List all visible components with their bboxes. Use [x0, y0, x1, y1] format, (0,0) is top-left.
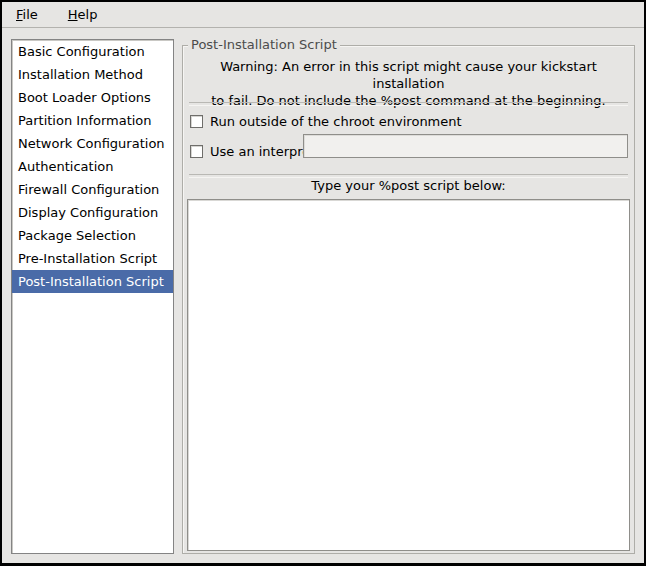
sidebar-item-boot-loader-options[interactable]: Boot Loader Options: [12, 86, 173, 109]
sidebar-item-pre-installation-script[interactable]: Pre-Installation Script: [12, 247, 173, 270]
sidebar-item-basic-configuration[interactable]: Basic Configuration: [12, 40, 173, 63]
warning-line-1: Warning: An error in this script might c…: [183, 58, 634, 92]
sidebar-item-package-selection[interactable]: Package Selection: [12, 224, 173, 247]
sidebar-item-installation-method[interactable]: Installation Method: [12, 63, 173, 86]
menu-file[interactable]: File: [12, 5, 42, 24]
sidebar-item-partition-information[interactable]: Partition Information: [12, 109, 173, 132]
sidebar-section-list[interactable]: Basic ConfigurationInstallation MethodBo…: [11, 39, 174, 554]
menu-bar: File Help: [2, 2, 644, 28]
kickstart-configurator-window: File Help Basic ConfigurationInstallatio…: [0, 0, 646, 566]
frame-title: Post-Installation Script: [188, 37, 340, 53]
post-script-textarea[interactable]: [187, 199, 630, 551]
interpreter-checkbox[interactable]: [190, 145, 203, 158]
sidebar-item-firewall-configuration[interactable]: Firewall Configuration: [12, 178, 173, 201]
menu-help[interactable]: Help: [64, 5, 102, 24]
interpreter-input[interactable]: [303, 134, 628, 158]
sidebar-item-authentication[interactable]: Authentication: [12, 155, 173, 178]
warning-line-2: to fail. Do not include the %post comman…: [183, 92, 634, 109]
sidebar-item-network-configuration[interactable]: Network Configuration: [12, 132, 173, 155]
chroot-checkbox[interactable]: [190, 115, 203, 128]
script-area-label: Type your %post script below:: [183, 178, 634, 193]
sidebar-item-display-configuration[interactable]: Display Configuration: [12, 201, 173, 224]
post-install-frame: Post-Installation Script Warning: An err…: [182, 45, 635, 554]
sidebar-item-post-installation-script[interactable]: Post-Installation Script: [12, 270, 173, 293]
chroot-checkbox-row[interactable]: Run outside of the chroot environment: [190, 112, 462, 130]
separator-under-warning: [189, 102, 628, 106]
chroot-checkbox-label: Run outside of the chroot environment: [210, 114, 462, 129]
